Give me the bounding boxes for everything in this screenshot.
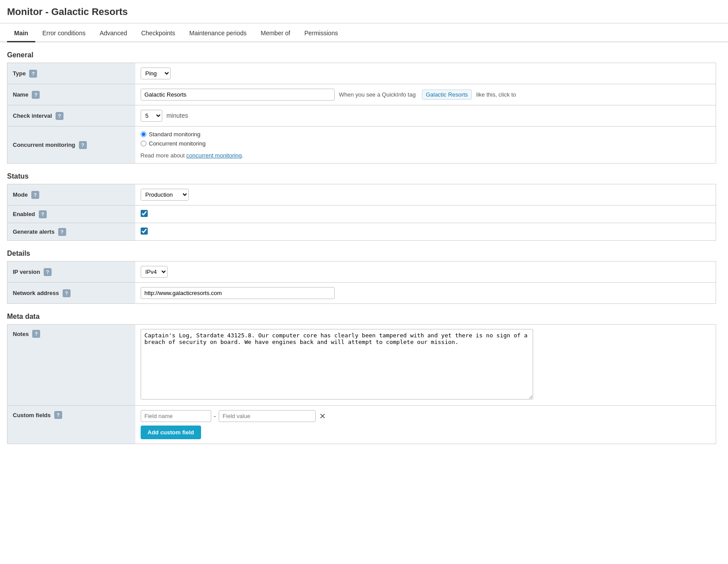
ip-version-label: IP version <box>13 269 40 275</box>
network-address-row: Network address ? <box>7 283 716 304</box>
network-address-label-cell: Network address ? <box>7 283 135 304</box>
tab-advanced[interactable]: Advanced <box>93 25 134 42</box>
tab-main[interactable]: Main <box>7 25 35 42</box>
minutes-label: minutes <box>166 112 188 119</box>
concurrent-monitoring-label: Concurrent monitoring <box>149 140 206 147</box>
tabs-bar: Main Error conditions Advanced Checkpoin… <box>0 25 728 42</box>
network-address-help-icon[interactable]: ? <box>63 289 71 297</box>
network-address-value-cell <box>135 283 716 304</box>
general-table: Type ? Ping HTTP DNS TCP UDP Name ? <box>7 63 716 164</box>
type-label: Type <box>13 70 26 77</box>
concurrent-monitoring-row: Concurrent monitoring ? Standard monitor… <box>7 127 716 164</box>
quickinfo-tag[interactable]: Galactic Resorts <box>422 90 472 100</box>
concurrent-monitoring-radio[interactable] <box>141 141 146 146</box>
generate-alerts-value-cell <box>135 223 716 241</box>
enabled-row: Enabled ? <box>7 205 716 223</box>
standard-monitoring-radio[interactable] <box>141 131 146 137</box>
remove-custom-field-button[interactable]: ✕ <box>317 411 328 421</box>
custom-field-dash: - <box>214 412 216 420</box>
custom-field-value-input[interactable] <box>219 410 316 422</box>
custom-fields-label: Custom fields <box>13 412 51 418</box>
metadata-table: Notes ? Captain's Log, Stardate 43125.8.… <box>7 324 716 444</box>
check-interval-row: Check interval ? 1 2 3 5 10 15 30 60 min… <box>7 105 716 127</box>
name-help-icon[interactable]: ? <box>32 91 40 99</box>
notes-label-cell: Notes ? <box>7 325 135 406</box>
custom-field-entry: - ✕ <box>141 410 711 422</box>
ip-version-select[interactable]: IPv4 IPv6 Auto <box>141 266 168 278</box>
generate-alerts-label: Generate alerts <box>13 228 55 235</box>
custom-field-name-input[interactable] <box>141 410 211 422</box>
standard-monitoring-option[interactable]: Standard monitoring <box>141 131 711 138</box>
concurrent-monitoring-option[interactable]: Concurrent monitoring <box>141 140 711 147</box>
notes-help-icon[interactable]: ? <box>32 330 40 338</box>
name-label: Name <box>13 91 28 98</box>
custom-fields-value-cell: - ✕ Add custom field <box>135 406 716 444</box>
type-row: Type ? Ping HTTP DNS TCP UDP <box>7 63 716 84</box>
tab-error-conditions[interactable]: Error conditions <box>35 25 93 42</box>
mode-select[interactable]: Production Testing Maintenance <box>141 189 189 201</box>
generate-alerts-checkbox[interactable] <box>141 228 148 235</box>
tab-member-of[interactable]: Member of <box>254 25 297 42</box>
check-interval-value-cell: 1 2 3 5 10 15 30 60 minutes <box>135 105 716 127</box>
mode-label-cell: Mode ? <box>7 184 135 205</box>
concurrent-monitoring-link[interactable]: concurrent monitoring <box>187 152 242 159</box>
custom-fields-help-icon[interactable]: ? <box>54 411 62 419</box>
section-general-title: General <box>7 51 716 59</box>
network-address-label: Network address <box>13 290 59 296</box>
enabled-checkbox[interactable] <box>141 210 148 217</box>
enabled-help-icon[interactable]: ? <box>39 210 47 218</box>
section-status-title: Status <box>7 172 716 180</box>
name-input[interactable] <box>141 89 335 101</box>
ip-version-label-cell: IP version ? <box>7 261 135 283</box>
concurrent-monitoring-label-cell: Concurrent monitoring ? <box>7 127 135 164</box>
section-details-title: Details <box>7 250 716 258</box>
tab-maintenance-periods[interactable]: Maintenance periods <box>182 25 254 42</box>
quickinfo-note2: like this, click to <box>476 91 516 98</box>
check-interval-label: Check interval <box>13 112 52 119</box>
notes-textarea[interactable]: Captain's Log, Stardate 43125.8. Our com… <box>141 329 533 400</box>
mode-help-icon[interactable]: ? <box>31 191 39 199</box>
tab-permissions[interactable]: Permissions <box>297 25 345 42</box>
network-address-input[interactable] <box>141 287 335 299</box>
page-title: Monitor - Galactic Resorts <box>0 0 728 23</box>
add-custom-field-button[interactable]: Add custom field <box>141 426 201 439</box>
ip-version-help-icon[interactable]: ? <box>44 268 52 276</box>
main-content: General Type ? Ping HTTP DNS TCP UDP <box>0 42 723 455</box>
ip-version-value-cell: IPv4 IPv6 Auto <box>135 261 716 283</box>
quickinfo-note: When you see a QuickInfo tag <box>339 91 416 98</box>
notes-label: Notes <box>13 331 29 337</box>
custom-fields-row: Custom fields ? - ✕ Add custom field <box>7 406 716 444</box>
custom-fields-label-cell: Custom fields ? <box>7 406 135 444</box>
type-select[interactable]: Ping HTTP DNS TCP UDP <box>141 67 171 79</box>
concurrent-monitoring-label: Concurrent monitoring <box>13 142 75 148</box>
tab-checkpoints[interactable]: Checkpoints <box>134 25 182 42</box>
check-interval-label-cell: Check interval ? <box>7 105 135 127</box>
name-label-cell: Name ? <box>7 84 135 105</box>
notes-row: Notes ? Captain's Log, Stardate 43125.8.… <box>7 325 716 406</box>
section-metadata-title: Meta data <box>7 313 716 321</box>
concurrent-monitoring-help-icon[interactable]: ? <box>79 141 87 149</box>
enabled-label: Enabled <box>13 211 35 217</box>
concurrent-monitoring-value-cell: Standard monitoring Concurrent monitorin… <box>135 127 716 164</box>
name-value-cell: When you see a QuickInfo tag Galactic Re… <box>135 84 716 105</box>
name-row: Name ? When you see a QuickInfo tag Gala… <box>7 84 716 105</box>
ip-version-row: IP version ? IPv4 IPv6 Auto <box>7 261 716 283</box>
check-interval-help-icon[interactable]: ? <box>56 112 63 120</box>
enabled-label-cell: Enabled ? <box>7 205 135 223</box>
generate-alerts-help-icon[interactable]: ? <box>58 228 66 236</box>
mode-value-cell: Production Testing Maintenance <box>135 184 716 205</box>
details-table: IP version ? IPv4 IPv6 Auto Network addr… <box>7 261 716 304</box>
notes-value-cell: Captain's Log, Stardate 43125.8. Our com… <box>135 325 716 406</box>
check-interval-select[interactable]: 1 2 3 5 10 15 30 60 <box>141 110 162 122</box>
enabled-value-cell <box>135 205 716 223</box>
generate-alerts-label-cell: Generate alerts ? <box>7 223 135 241</box>
status-table: Mode ? Production Testing Maintenance En… <box>7 184 716 241</box>
type-help-icon[interactable]: ? <box>29 70 37 78</box>
type-label-cell: Type ? <box>7 63 135 84</box>
mode-row: Mode ? Production Testing Maintenance <box>7 184 716 205</box>
generate-alerts-row: Generate alerts ? <box>7 223 716 241</box>
standard-monitoring-label: Standard monitoring <box>149 131 201 138</box>
type-value-cell: Ping HTTP DNS TCP UDP <box>135 63 716 84</box>
concurrent-monitoring-info: Read more about concurrent monitoring. <box>141 152 711 159</box>
mode-label: Mode <box>13 191 28 198</box>
